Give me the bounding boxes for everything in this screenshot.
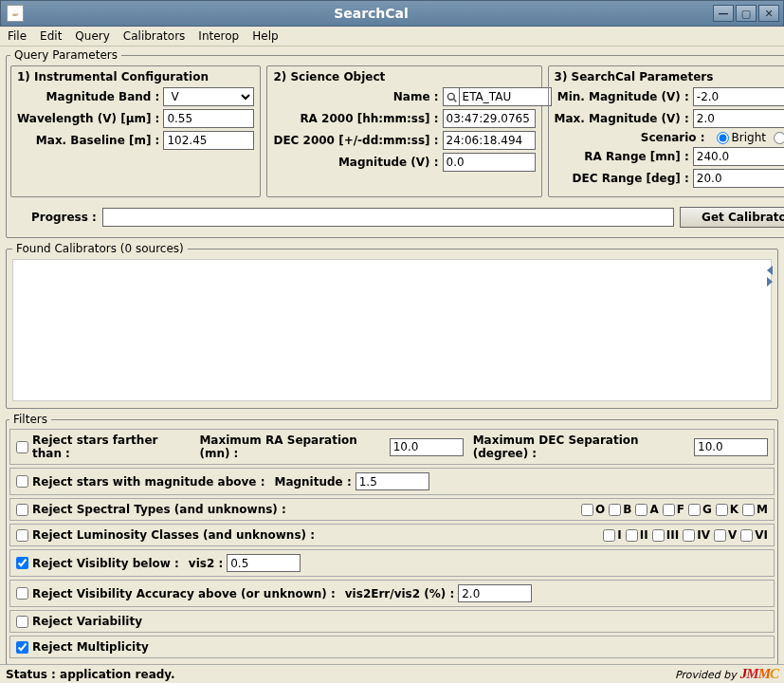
filter-visaccuracy-row: Reject Visibility Accuracy above (or unk… bbox=[9, 580, 775, 607]
decrange-input[interactable] bbox=[693, 169, 784, 188]
filter-multiplicity-checkbox[interactable] bbox=[16, 641, 28, 654]
svg-line-1 bbox=[453, 99, 456, 102]
magband-label: Magnitude Band : bbox=[17, 90, 159, 103]
max-dec-sep-label: Maximum DEC Separation (degree) : bbox=[473, 434, 690, 460]
filters-group: Filters Reject stars farther than : Maxi… bbox=[6, 413, 778, 665]
science-object-group: 2) Science Object Name : RA 2000 [hh:mm:… bbox=[266, 65, 541, 197]
close-button[interactable]: ✕ bbox=[758, 5, 779, 22]
spec-k-checkbox[interactable] bbox=[716, 504, 728, 516]
searchcal-params-group: 3) SearchCal Parameters Min. Magnitude (… bbox=[548, 65, 784, 197]
vis2-label: vis2 : bbox=[189, 557, 223, 570]
query-parameters-group: Query Parameters 1) Instrumental Configu… bbox=[6, 48, 784, 238]
lum-iii-checkbox[interactable] bbox=[652, 529, 665, 542]
mag-threshold-input[interactable] bbox=[356, 472, 429, 490]
menu-interop[interactable]: Interop bbox=[198, 29, 239, 43]
mag-threshold-label: Magnitude : bbox=[274, 475, 351, 489]
filter-magnitude-row: Reject stars with magnitude above : Magn… bbox=[9, 468, 775, 495]
filter-distance-label: Reject stars farther than : bbox=[32, 434, 190, 460]
menu-calibrators[interactable]: Calibrators bbox=[123, 29, 186, 43]
filter-multiplicity-row: Reject Multiplicity bbox=[9, 636, 775, 658]
menu-help[interactable]: Help bbox=[252, 29, 278, 43]
spec-a-checkbox[interactable] bbox=[635, 504, 647, 516]
get-calibrators-button[interactable]: Get Calibrators bbox=[680, 207, 784, 228]
status-bar: Status : application ready. Provided by … bbox=[0, 664, 784, 683]
filter-variability-checkbox[interactable] bbox=[16, 616, 28, 628]
group3-heading: 3) SearchCal Parameters bbox=[555, 70, 784, 83]
dec-label: DEC 2000 [+/-dd:mm:ss] : bbox=[273, 134, 438, 147]
filter-visaccuracy-checkbox[interactable] bbox=[16, 587, 28, 600]
rarange-input[interactable] bbox=[693, 147, 784, 166]
provided-by-label: Provided by bbox=[675, 669, 737, 681]
found-calibrators-legend: Found Calibrators (0 sources) bbox=[12, 242, 188, 255]
ra-label: RA 2000 [hh:mm:ss] : bbox=[273, 112, 438, 125]
name-input[interactable] bbox=[459, 87, 552, 106]
window-titlebar: ☕ SearchCal — ▢ ✕ bbox=[0, 0, 784, 27]
spec-g-checkbox[interactable] bbox=[688, 504, 701, 516]
filter-visibility-label: Reject Visiblity below : bbox=[32, 557, 179, 570]
filter-spectral-row: Reject Spectral Types (and unknowns) : O… bbox=[9, 498, 775, 521]
decrange-label: DEC Range [deg] : bbox=[555, 172, 689, 185]
filter-spectral-checkbox[interactable] bbox=[16, 504, 28, 516]
lum-iv-checkbox[interactable] bbox=[683, 529, 695, 542]
query-parameters-legend: Query Parameters bbox=[10, 48, 121, 62]
maxmag-label: Max. Magnitude (V) : bbox=[555, 112, 689, 125]
app-icon: ☕ bbox=[7, 5, 24, 22]
filter-distance-row: Reject stars farther than : Maximum RA S… bbox=[9, 429, 775, 465]
progress-label: Progress : bbox=[31, 211, 97, 224]
status-text: Status : application ready. bbox=[6, 668, 175, 681]
magnitude-input[interactable] bbox=[443, 153, 536, 172]
filter-luminosity-checkbox[interactable] bbox=[16, 529, 28, 542]
max-ra-sep-label: Maximum RA Separation (mn) : bbox=[199, 434, 385, 460]
spec-b-checkbox[interactable] bbox=[609, 504, 621, 516]
spec-m-checkbox[interactable] bbox=[742, 504, 755, 516]
max-ra-sep-input[interactable] bbox=[390, 438, 464, 456]
menubar: File Edit Query Calibrators Interop Help bbox=[0, 27, 784, 46]
filter-magnitude-label: Reject stars with magnitude above : bbox=[32, 475, 264, 489]
found-calibrators-group: Found Calibrators (0 sources) bbox=[6, 242, 778, 409]
scenario-label: Scenario : bbox=[641, 131, 705, 144]
dec-input[interactable] bbox=[443, 131, 536, 150]
maxmag-input[interactable] bbox=[693, 109, 784, 128]
vis2-input[interactable] bbox=[227, 554, 301, 572]
filter-magnitude-checkbox[interactable] bbox=[16, 475, 28, 488]
filter-distance-checkbox[interactable] bbox=[16, 441, 28, 453]
menu-edit[interactable]: Edit bbox=[40, 29, 62, 43]
minimize-button[interactable]: — bbox=[713, 5, 734, 22]
scenario-faint-radio[interactable] bbox=[774, 132, 784, 144]
rarange-label: RA Range [mn] : bbox=[555, 150, 689, 163]
menu-file[interactable]: File bbox=[8, 29, 27, 43]
vis2err-input[interactable] bbox=[458, 584, 532, 602]
spec-f-checkbox[interactable] bbox=[663, 504, 675, 516]
scenario-bright-radio[interactable] bbox=[717, 132, 729, 144]
filters-legend: Filters bbox=[9, 413, 51, 426]
lum-vi-checkbox[interactable] bbox=[740, 529, 753, 542]
baseline-input[interactable] bbox=[163, 131, 254, 150]
collapse-icon[interactable] bbox=[767, 277, 773, 286]
minmag-input[interactable] bbox=[693, 87, 784, 106]
name-input-wrapper[interactable] bbox=[443, 87, 536, 106]
spec-o-checkbox[interactable] bbox=[581, 504, 593, 516]
maximize-button[interactable]: ▢ bbox=[736, 5, 757, 22]
lum-v-checkbox[interactable] bbox=[714, 529, 726, 542]
progress-bar bbox=[102, 208, 674, 227]
baseline-label: Max. Baseline [m] : bbox=[17, 134, 159, 147]
max-dec-sep-input[interactable] bbox=[694, 438, 768, 456]
scenario-bright-label: Bright bbox=[732, 131, 766, 144]
magband-select[interactable]: V bbox=[163, 87, 254, 106]
lum-i-checkbox[interactable] bbox=[603, 529, 615, 542]
jmmc-logo: JMMC bbox=[740, 666, 778, 682]
instrumental-config-group: 1) Instrumental Configuration Magnitude … bbox=[10, 65, 261, 197]
expand-icon[interactable] bbox=[767, 266, 773, 275]
menu-query[interactable]: Query bbox=[75, 29, 109, 43]
name-label: Name : bbox=[273, 90, 438, 103]
lum-ii-checkbox[interactable] bbox=[626, 529, 638, 542]
filter-spectral-label: Reject Spectral Types (and unknowns) : bbox=[32, 503, 286, 516]
filter-luminosity-row: Reject Luminosity Classes (and unknowns)… bbox=[9, 524, 775, 546]
filter-variability-row: Reject Variability bbox=[9, 610, 775, 633]
filter-visibility-checkbox[interactable] bbox=[16, 557, 28, 569]
ra-input[interactable] bbox=[443, 109, 536, 128]
group1-heading: 1) Instrumental Configuration bbox=[17, 70, 254, 83]
group2-heading: 2) Science Object bbox=[273, 70, 535, 83]
search-icon bbox=[447, 92, 457, 102]
wavelength-input[interactable] bbox=[163, 109, 254, 128]
